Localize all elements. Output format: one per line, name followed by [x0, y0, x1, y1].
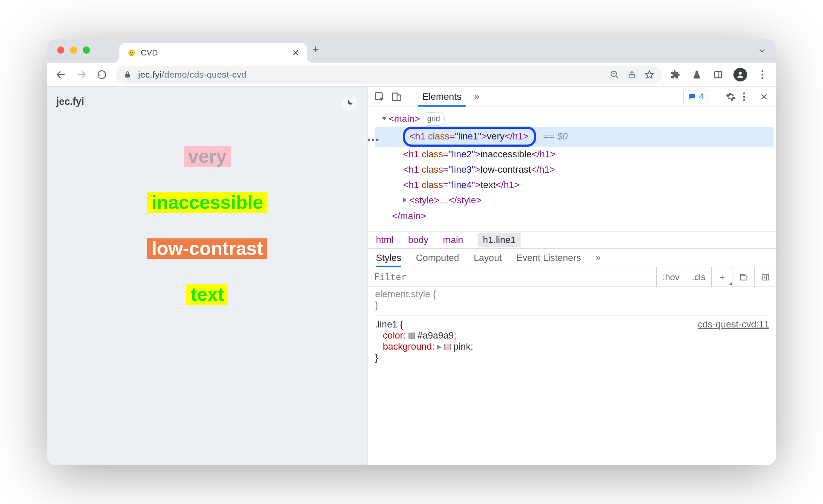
- subtab-computed[interactable]: Computed: [416, 252, 459, 267]
- styles-subtabs: Styles Computed Layout Event Listeners »: [368, 249, 776, 267]
- inspect-element-icon[interactable]: [374, 91, 387, 102]
- crumb-item-selected[interactable]: h1.line1: [478, 233, 521, 247]
- reload-button[interactable]: [96, 70, 108, 80]
- css-rule[interactable]: cds-quest-cvd:11 .line1 { color: #a9a9a9…: [375, 315, 769, 363]
- svg-point-18: [743, 96, 745, 98]
- chrome-menu-icon[interactable]: [756, 70, 768, 79]
- rule-source-link[interactable]: cds-quest-cvd:11: [698, 319, 769, 330]
- new-tab-button[interactable]: +: [307, 43, 324, 56]
- dom-tree[interactable]: ••• <main>grid <h1 class="line1">very</h…: [368, 107, 776, 232]
- svg-point-17: [743, 92, 745, 94]
- site-logo-text: jec.fyi: [56, 96, 84, 107]
- cls-toggle[interactable]: .cls: [686, 267, 712, 287]
- devtools-menu-icon[interactable]: [743, 92, 756, 101]
- sidepanel-icon[interactable]: [712, 70, 724, 79]
- devtools-tabbar: Elements » 4: [368, 87, 776, 107]
- tree-row[interactable]: <h1 class="line4">text</h1>: [375, 177, 774, 193]
- subtab-event-listeners[interactable]: Event Listeners: [516, 252, 581, 267]
- svg-rect-22: [762, 274, 769, 280]
- svg-point-13: [762, 77, 764, 79]
- svg-point-12: [762, 73, 764, 75]
- styles-filter-bar: :hov .cls ＋: [368, 267, 776, 287]
- extensions-icon[interactable]: [669, 70, 681, 80]
- forward-button[interactable]: [75, 69, 88, 80]
- browser-window: 🙂 CVD ✕ + jec.fyi/demo/cds-quest-cvd: [47, 39, 776, 465]
- tabs-overflow-icon[interactable]: »: [470, 87, 484, 107]
- copy-styles-icon[interactable]: [733, 267, 754, 287]
- subtab-layout[interactable]: Layout: [474, 252, 502, 267]
- demo-word-1: very: [184, 146, 231, 167]
- svg-point-11: [762, 70, 764, 72]
- demo-word-2: inaccessible: [147, 192, 267, 213]
- minimize-window-icon[interactable]: [70, 46, 77, 54]
- element-style-block[interactable]: element.style {}: [375, 289, 769, 311]
- share-icon[interactable]: [628, 70, 636, 79]
- styles-pane[interactable]: element.style {} cds-quest-cvd:11 .line1…: [368, 287, 776, 465]
- browser-tab[interactable]: 🙂 CVD ✕: [119, 43, 307, 63]
- svg-rect-8: [715, 71, 722, 78]
- address-bar[interactable]: jec.fyi/demo/cds-quest-cvd: [116, 66, 662, 84]
- close-window-icon[interactable]: [57, 46, 64, 54]
- tab-title: CVD: [141, 48, 287, 58]
- close-devtools-icon[interactable]: [760, 93, 773, 101]
- rendered-page: jec.fyi very inaccessible low-contrast t…: [47, 87, 368, 465]
- tab-elements[interactable]: Elements: [418, 87, 466, 107]
- toggle-sidebar-icon[interactable]: [754, 267, 776, 287]
- color-swatch[interactable]: [444, 344, 451, 350]
- new-style-rule-button[interactable]: ＋: [711, 267, 733, 287]
- theme-toggle-button[interactable]: [340, 94, 358, 112]
- labs-icon[interactable]: [691, 70, 703, 80]
- row-actions-icon[interactable]: •••: [367, 134, 380, 145]
- svg-marker-7: [646, 70, 653, 78]
- styles-filter-input[interactable]: [368, 272, 656, 282]
- color-swatch[interactable]: [409, 333, 415, 339]
- svg-point-10: [739, 72, 742, 75]
- svg-rect-16: [397, 95, 401, 100]
- crumb-item[interactable]: body: [408, 235, 429, 246]
- tree-row[interactable]: <h1 class="line2">inaccessible</h1>: [375, 147, 774, 162]
- expand-shorthand-icon[interactable]: ▸: [437, 341, 442, 352]
- demo-word-3: low-contrast: [147, 238, 267, 259]
- lock-icon[interactable]: [124, 71, 131, 78]
- expand-icon[interactable]: [403, 197, 406, 203]
- svg-line-4: [616, 75, 618, 78]
- zoom-icon[interactable]: [610, 70, 619, 79]
- grid-badge[interactable]: grid: [423, 112, 445, 126]
- tabs-overflow-icon[interactable]: [757, 46, 767, 55]
- tab-strip: 🙂 CVD ✕ +: [47, 39, 776, 63]
- hov-toggle[interactable]: :hov: [656, 267, 686, 287]
- tab-favicon: 🙂: [127, 49, 136, 57]
- tree-row-selected[interactable]: <h1 class="line1">very</h1> == $0: [375, 127, 774, 146]
- settings-icon[interactable]: [726, 92, 739, 102]
- profile-avatar[interactable]: [733, 68, 747, 81]
- window-controls: [57, 46, 90, 54]
- svg-point-19: [743, 99, 745, 101]
- demo-word-4: text: [186, 284, 228, 305]
- subtab-styles[interactable]: Styles: [376, 252, 401, 267]
- device-toolbar-icon[interactable]: [391, 91, 404, 102]
- devtools-panel: Elements » 4 ••• <main>grid <h1 class="l…: [368, 87, 776, 465]
- svg-rect-2: [125, 74, 130, 77]
- url-text: jec.fyi/demo/cds-quest-cvd: [138, 70, 603, 80]
- bookmark-icon[interactable]: [645, 70, 654, 79]
- subtabs-overflow-icon[interactable]: »: [596, 252, 601, 267]
- tree-row[interactable]: <h1 class="line3">low-contrast</h1>: [375, 162, 774, 177]
- browser-toolbar: jec.fyi/demo/cds-quest-cvd: [47, 63, 776, 87]
- crumb-item[interactable]: html: [376, 235, 394, 246]
- expand-icon[interactable]: [382, 117, 387, 120]
- close-tab-icon[interactable]: ✕: [292, 48, 299, 58]
- dom-breadcrumb[interactable]: html body main h1.line1: [368, 232, 776, 249]
- issues-counter[interactable]: 4: [683, 90, 708, 103]
- crumb-item[interactable]: main: [443, 235, 464, 246]
- maximize-window-icon[interactable]: [83, 46, 90, 54]
- tree-row[interactable]: <style>…</style>: [375, 193, 774, 208]
- back-button[interactable]: [55, 69, 67, 80]
